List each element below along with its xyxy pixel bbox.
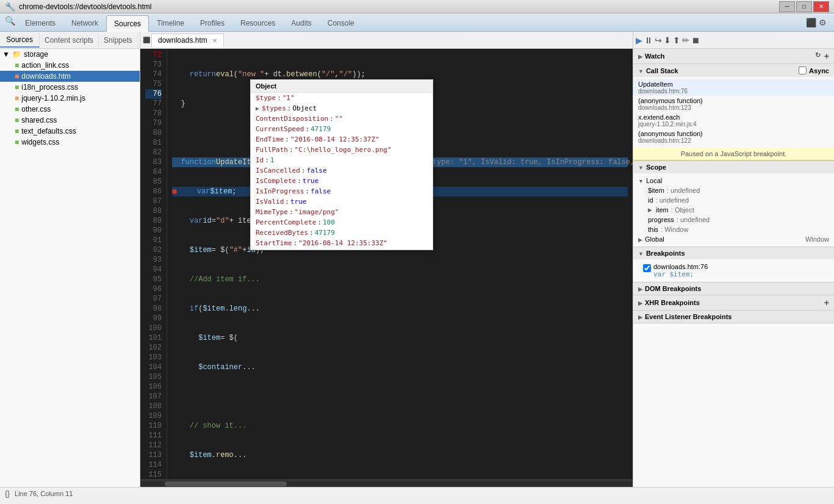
event-listener-section: Event Listener Breakpoints [633,311,834,323]
title-text: chrome-devtools://devtools/devtools.html [19,2,151,11]
file-jquery[interactable]: ■ jquery-1.10.2.min.js [0,93,140,104]
subtab-snippets[interactable]: Snippets [99,34,138,47]
scope-item-item[interactable]: $item: undefined [633,185,834,195]
debug-step-into-btn[interactable]: ⬇ [664,35,671,45]
js-icon: ■ [15,94,19,103]
debug-continue-btn[interactable]: ▶ [636,35,642,45]
tooltip-item-suggested[interactable]: SuggestedFileName:"hello_logo_hero.png" [251,248,433,250]
async-label: Async [809,67,829,74]
xhr-add-btn[interactable]: + [824,298,829,308]
debug-step-over-btn[interactable]: ↪ [655,35,662,45]
css-icon-4: ■ [15,116,19,124]
tooltip-item-type[interactable]: $type:"1" [251,93,433,103]
scope-item-progress[interactable]: progress: undefined [633,215,834,225]
breakpoints-header[interactable]: Breakpoints [633,247,834,259]
editor-scrollbar-h[interactable] [140,480,633,487]
tree-root[interactable]: ▼ 📁 storage [0,49,140,60]
stack-item-0[interactable]: UpdateItem downloads.htm:76 [633,79,834,96]
scope-item-this[interactable]: this: Window [633,225,834,234]
tab-timeline[interactable]: Timeline [149,15,192,31]
file-other-css[interactable]: ■ other.css [0,104,140,115]
file-i18n-process-css[interactable]: ■ i18n_process.css [0,82,140,93]
right-scroll-area[interactable]: Watch ↻ + Call Stack Async [633,49,834,487]
debug-pause-exceptions-btn[interactable]: ⏹ [691,35,700,45]
breakpoints-content: downloads.htm:76 var $item; [633,259,834,282]
debug-pause-btn[interactable]: ⏸ [644,35,653,45]
tooltip-item-id[interactable]: Id:1 [251,155,433,165]
tooltip-item-percent[interactable]: PercentComplete:100 [251,217,433,228]
tooltip-header: Object [251,80,433,93]
dom-breakpoints-header[interactable]: DOM Breakpoints [633,283,834,295]
event-listener-header[interactable]: Event Listener Breakpoints [633,311,834,323]
tooltip-item-types[interactable]: ▶ $types:Object [251,103,433,113]
async-checkbox[interactable] [799,67,807,74]
tab-audits[interactable]: Audits [283,15,319,31]
xhr-breakpoints-header[interactable]: XHR Breakpoints + [633,295,834,310]
expand-arrow[interactable]: ▶ [256,105,259,112]
code-content[interactable]: 72 73 74 75 76 77 78 79 80 81 82 83 84 8… [140,49,633,480]
tooltip-item-mimetype[interactable]: MimeType:"image/png" [251,207,433,217]
file-downloads-htm[interactable]: ■ downloads.htm [0,71,140,82]
close-button[interactable]: ✕ [813,1,829,12]
file-shared-css[interactable]: ■ shared.css [0,115,140,126]
scope-global-header[interactable]: Global Window [633,234,834,244]
file-text-defaults-css[interactable]: ■ text_defaults.css [0,126,140,137]
tab-search[interactable]: 🔍 [2,13,17,28]
file-widgets-css[interactable]: ■ widgets.css [0,137,140,148]
file-action-link-css[interactable]: ■ action_link.css [0,60,140,71]
stack-loc-3: downloads.htm:122 [638,137,829,144]
subtab-content-scripts[interactable]: Content scripts [40,34,99,47]
bp-checkbox-0[interactable] [643,264,651,272]
dom-bp-collapse [638,285,642,292]
breakpoints-label: Breakpoints [646,250,685,257]
tooltip-item-iscomplete[interactable]: IsComplete:true [251,176,433,186]
scope-header[interactable]: Scope [633,161,834,173]
stack-fn-3: (anonymous function) [638,130,829,137]
stack-fn-1: (anonymous function) [638,97,829,104]
bp-item-0[interactable]: downloads.htm:76 var $item; [633,262,834,279]
editor-file-tab[interactable]: downloads.htm ✕ [151,34,224,47]
stack-item-2[interactable]: x.extend.each jquery-1.10.2.min.js:4 [633,112,834,129]
console-drawer-icon[interactable]: ⬛ [806,18,816,27]
watch-header[interactable]: Watch ↻ + [633,49,834,63]
curly-braces-icon[interactable]: {} [5,489,10,498]
watch-refresh-icon[interactable]: ↻ [815,51,821,61]
object-tooltip[interactable]: Object $type:"1" ▶ $types:Object Content… [250,79,433,250]
minimize-button[interactable]: ─ [779,1,795,12]
stack-item-3[interactable]: (anonymous function) downloads.htm:122 [633,129,834,145]
tooltip-item-received[interactable]: ReceivedBytes:47179 [251,228,433,238]
tooltip-item-isinprogress[interactable]: IsInProgress:false [251,186,433,196]
main-tabbar: 🔍 Elements Network Sources Timeline Prof… [0,13,834,32]
scope-local-header[interactable]: Local [633,176,834,185]
tooltip-item-cd[interactable]: ContentDisposition:"" [251,113,433,124]
item-expand-arrow[interactable]: ▶ [648,207,652,213]
xhr-breakpoints-section: XHR Breakpoints + [633,295,834,311]
call-stack-header[interactable]: Call Stack Async [633,64,834,77]
titlebar: 🔧 chrome-devtools://devtools/devtools.ht… [0,0,834,13]
tab-elements[interactable]: Elements [17,15,63,31]
tab-network[interactable]: Network [63,15,106,31]
tooltip-item-iscancelled[interactable]: IsCancelled:false [251,165,433,176]
editor-tab-close[interactable]: ✕ [212,37,217,44]
scope-item-id[interactable]: id: undefined [633,195,834,205]
settings-icon[interactable]: ⚙ [819,18,827,27]
tooltip-item-starttime[interactable]: StartTime:"2016-08-14 12:35:33Z" [251,238,433,248]
tab-resources[interactable]: Resources [232,15,283,31]
tab-console[interactable]: Console [320,15,362,31]
tab-sources[interactable]: Sources [106,15,149,32]
debug-step-out-btn[interactable]: ⬆ [673,35,680,45]
tooltip-item-et[interactable]: EndTime:"2016-08-14 12:35:37Z" [251,134,433,145]
watch-add-icon[interactable]: + [824,51,829,61]
css-icon-3: ■ [15,105,19,113]
scope-item-item-obj[interactable]: ▶ item: Object [633,205,834,215]
tab-profiles[interactable]: Profiles [192,15,232,31]
maximize-button[interactable]: □ [796,1,812,12]
tooltip-item-fp[interactable]: FullPath:"C:\hello_logo_hero.png" [251,145,433,155]
tooltip-item-cs[interactable]: CurrentSpeed:47179 [251,124,433,134]
stack-item-1[interactable]: (anonymous function) downloads.htm:123 [633,96,834,112]
line-81: $item = $( [172,333,628,343]
tooltip-item-isvalid[interactable]: IsValid:true [251,196,433,207]
scope-section: Scope Local $item: undefined id: undefin… [633,161,834,247]
subtab-sources[interactable]: Sources [0,33,40,48]
debug-deactivate-btn[interactable]: ✏ [682,35,689,45]
